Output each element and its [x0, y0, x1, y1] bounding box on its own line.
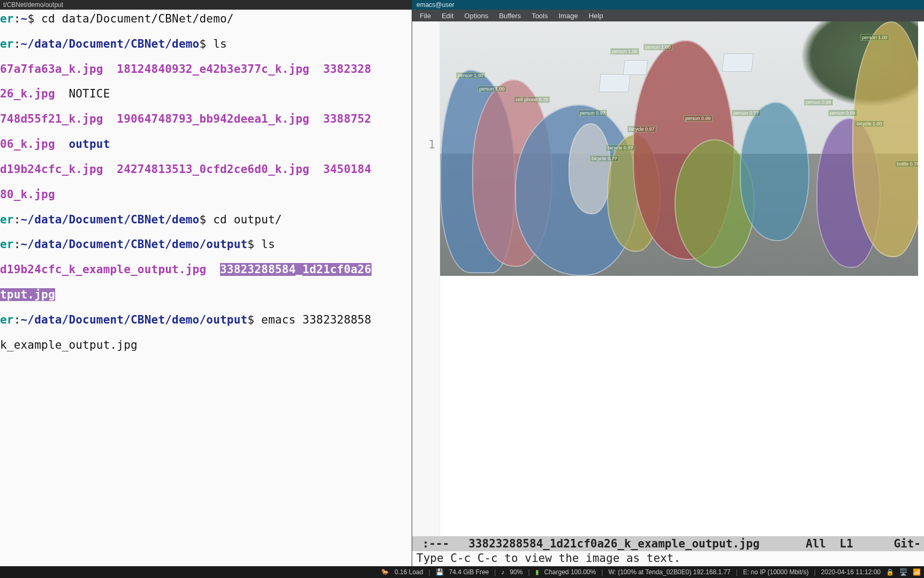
tray-icon[interactable]: 🖥️	[899, 568, 907, 576]
emacs-modeline: :--- 33823288584_1d21cf0a26_k_example_ou…	[412, 536, 924, 551]
modeline-line: L1	[839, 537, 853, 550]
detection-label: cell phone 0.78	[514, 96, 550, 103]
detection-label: person 0.98	[804, 99, 833, 106]
terminal-line: tput.jpg	[0, 289, 412, 301]
terminal-line: 06_k.jpg output	[0, 138, 412, 151]
terminal-line: d19b24cfc_k.jpg 24274813513_0cfd2ce6d0_k…	[0, 163, 412, 176]
flag-icon	[623, 60, 648, 75]
volume-icon: ♪	[501, 568, 504, 576]
taskbar-eth: E: no IP (10000 Mbit/s)	[743, 568, 809, 576]
menu-help[interactable]: Help	[585, 11, 608, 21]
menu-options[interactable]: Options	[460, 11, 493, 21]
detection-label: bicycle 1.00	[855, 121, 884, 127]
terminal-line: er:~/data/Document/CBNet/demo/output$ ls	[0, 238, 412, 251]
modeline-pos: All	[806, 537, 826, 550]
lock-icon[interactable]: 🔒	[886, 568, 894, 576]
mask-person	[569, 123, 611, 214]
detection-label: bicycle 0.97	[606, 145, 635, 151]
detection-label: person 1.00	[456, 72, 485, 79]
terminal-line: 26_k.jpg NOTICE	[0, 88, 412, 100]
terminal-line: 80_k.jpg	[0, 189, 412, 201]
taskbar[interactable]: 🐎 0.16 Load | 💾 74.4 GiB Free | ♪ 90% | …	[0, 566, 924, 578]
flag-icon	[599, 74, 631, 92]
menu-tools[interactable]: Tools	[527, 11, 552, 21]
detection-label: person 1.00	[610, 48, 639, 55]
desktop: t/CBNet/demo/output er:~$ cd data/Docume…	[0, 0, 924, 566]
terminal-line: er:~/data/Document/CBNet/demo$ cd output…	[0, 214, 412, 226]
disk-icon: 💾	[436, 568, 444, 576]
emacs-window[interactable]: emacs@user FileEditOptionsBuffersToolsIm…	[412, 0, 924, 566]
detection-label: bicycle 0.77	[590, 155, 619, 162]
modeline-vc: Git-	[893, 537, 921, 550]
line-number-gutter: 1	[412, 21, 440, 536]
detection-label: person 1.00	[643, 44, 672, 50]
mask-person	[740, 102, 809, 241]
taskbar-battery: Charged 100.00%	[544, 568, 596, 576]
detection-label: person 0.77	[732, 110, 761, 116]
terminal-body[interactable]: er:~$ cd data/Document/CBNet/demo/ er:~/…	[0, 10, 412, 566]
image-canvas: person 1.00person 1.00person 1.00person …	[440, 21, 924, 536]
battery-icon: ▮	[535, 568, 539, 576]
taskbar-wifi: W: (100% at Tenda_02B0E0) 192.168.1.77	[608, 568, 730, 576]
modeline-filename: 33823288584_1d21cf0a26_k_example_output.…	[468, 537, 760, 550]
taskbar-load: 0.16 Load	[395, 568, 423, 576]
menu-buffers[interactable]: Buffers	[495, 11, 525, 21]
detection-label: person 1.00	[860, 34, 889, 41]
detection-label: bottle 0.78	[895, 161, 918, 167]
emacs-titlebar: emacs@user	[412, 0, 924, 10]
detection-label: bicycle 0.97	[627, 126, 656, 132]
taskbar-volume: 90%	[510, 568, 522, 576]
detection-image: person 1.00person 1.00person 1.00person …	[440, 21, 918, 276]
terminal-line: 67a7fa63a_k.jpg 18124840932_e42b3e377c_k…	[0, 63, 412, 76]
detection-label: person 0.99	[684, 115, 713, 122]
menu-edit[interactable]: Edit	[437, 11, 458, 21]
emacs-buffer[interactable]: 1	[412, 21, 924, 536]
terminal-window[interactable]: t/CBNet/demo/output er:~$ cd data/Docume…	[0, 0, 412, 566]
detection-label: person 0.99	[828, 110, 857, 116]
terminal-titlebar: t/CBNet/demo/output	[0, 0, 412, 10]
wifi-icon[interactable]: 📶	[913, 568, 921, 576]
detection-label: person 0.97	[578, 110, 607, 116]
detection-label: person 1.00	[478, 86, 506, 92]
emacs-menubar[interactable]: FileEditOptionsBuffersToolsImageHelp	[412, 10, 924, 21]
menu-image[interactable]: Image	[554, 11, 582, 21]
terminal-line: d19b24cfc_k_example_output.jpg 338232885…	[0, 264, 412, 276]
flag-icon	[722, 54, 754, 72]
menu-file[interactable]: File	[415, 11, 435, 21]
terminal-line: 748d55f21_k.jpg 19064748793_bb942deea1_k…	[0, 113, 412, 125]
terminal-line: er:~/data/Document/CBNet/demo/output$ em…	[0, 314, 412, 326]
emacs-echo-area: Type C-c C-c to view the image as text.	[412, 551, 924, 566]
taskbar-disk: 74.4 GiB Free	[449, 568, 489, 576]
terminal-line: k_example_output.jpg	[0, 339, 412, 351]
modeline-status: :---	[415, 537, 449, 550]
terminal-line: er:~/data/Document/CBNet/demo$ ls	[0, 38, 412, 50]
terminal-line: er:~$ cd data/Document/CBNet/demo/	[0, 13, 412, 25]
horse-icon: 🐎	[381, 568, 389, 576]
taskbar-datetime: 2020-04-16 11:12:00	[821, 568, 881, 576]
